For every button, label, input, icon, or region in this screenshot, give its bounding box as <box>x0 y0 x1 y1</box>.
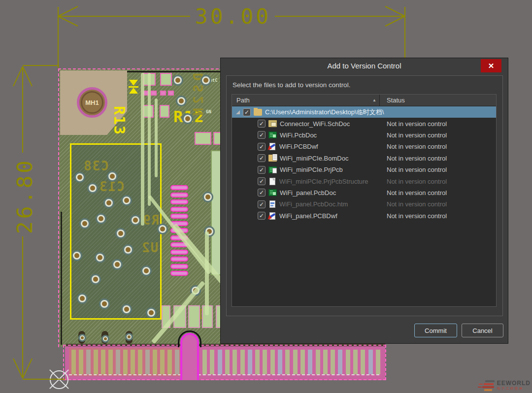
file-row-path-cell: ✓ WiFi_miniPCIe.PrjPcbStructure <box>232 177 387 185</box>
file-row-path-cell: ✓ WiFi_panel.PCBDwf <box>232 212 387 220</box>
check-icon: ✓ <box>259 190 264 196</box>
pad <box>160 105 169 118</box>
pad <box>151 91 157 96</box>
close-button[interactable]: ✕ <box>481 59 501 72</box>
oval <box>170 264 188 269</box>
oval <box>170 185 188 190</box>
trace <box>148 73 151 206</box>
file-row[interactable]: ✓ WiFi.PcbDoc Not in version control <box>232 130 496 141</box>
file-checkbox[interactable]: ✓ <box>258 189 266 196</box>
file-status: Not in version control <box>387 155 496 162</box>
file-table: Path ▲ Status ✓ C:\Users\Administrator\D… <box>232 94 497 307</box>
oval <box>170 271 188 276</box>
dialog-content-panel: Select the files to add to version contr… <box>226 75 503 316</box>
mounting-hole: MH1 <box>77 87 107 118</box>
file-name: WiFi_panel.PcbDoc.htm <box>279 200 348 208</box>
file-checkbox[interactable]: ✓ <box>258 200 266 208</box>
dialog-titlebar[interactable]: Add to Version Control ✕ <box>221 58 508 74</box>
oval <box>170 193 188 197</box>
via <box>157 224 168 234</box>
file-row[interactable]: ✓ Connector_WiFi.SchDoc Not in version c… <box>232 118 496 129</box>
pad <box>195 132 211 145</box>
check-icon: ✓ <box>259 178 264 184</box>
instruction-text: Select the files to add to version contr… <box>233 81 350 89</box>
file-icon <box>268 120 277 127</box>
check-icon: ✓ <box>259 201 264 207</box>
via <box>125 333 133 341</box>
column-header-status[interactable]: Status <box>380 97 496 104</box>
file-row-path-cell: ✓ WiFi_panel.PcbDoc.htm <box>232 200 387 208</box>
table-header: Path ▲ Status <box>232 95 496 106</box>
commit-button[interactable]: Commit <box>414 324 457 337</box>
dialog-title: Add to Version Control <box>221 62 508 70</box>
board-left-edge <box>61 212 62 345</box>
file-name: WiFi_miniPCIe.PrjPcbStructure <box>279 178 368 185</box>
file-row[interactable]: ✓ WiFi_miniPCIe.BomDoc Not in version co… <box>232 153 496 164</box>
file-checkbox[interactable]: ✓ <box>258 131 266 139</box>
file-list: ✓ C:\Users\Administrator\Desktop\临时文档\ ✓… <box>232 106 496 222</box>
file-checkbox[interactable]: ✓ <box>258 166 266 174</box>
file-checkbox[interactable]: ✓ <box>243 108 251 116</box>
via <box>202 192 213 202</box>
file-row[interactable]: ✓ WiFi_miniPCIe.PrjPcb Not in version co… <box>232 164 496 175</box>
file-status: Not in version control <box>387 131 496 139</box>
origin-marker <box>50 370 68 389</box>
via <box>90 274 101 285</box>
file-row[interactable]: ✓ WiFi_panel.PcbDoc.htm Not in version c… <box>232 198 496 210</box>
file-checkbox[interactable]: ✓ <box>258 143 266 151</box>
file-name: WiFi_panel.PcbDoc <box>280 189 336 196</box>
file-row-path-cell: ✓ C:\Users\Administrator\Desktop\临时文档\ <box>232 108 387 117</box>
silk-label-gn: GN <box>206 109 211 114</box>
pad <box>160 73 172 86</box>
oval <box>170 214 188 219</box>
file-icon <box>268 166 277 173</box>
key-slot <box>180 333 199 380</box>
check-icon: ✓ <box>259 121 264 127</box>
dimension-vertical: 26.80 <box>12 158 37 234</box>
via <box>79 218 90 229</box>
file-row-path-cell: ✓ Connector_WiFi.SchDoc <box>232 120 387 128</box>
eeworld-logo-icon <box>482 380 495 391</box>
file-status: Not in version control <box>387 166 496 173</box>
file-checkbox[interactable]: ✓ <box>258 177 266 185</box>
file-checkbox[interactable]: ✓ <box>258 212 266 220</box>
via <box>99 298 110 309</box>
file-status: Not in version control <box>387 200 496 208</box>
check-icon: ✓ <box>259 144 264 150</box>
file-row[interactable]: ✓ WiFi_panel.PcbDoc Not in version contr… <box>232 187 496 198</box>
check-icon: ✓ <box>259 167 264 173</box>
silk-label-u2: U2 <box>141 240 158 255</box>
file-row[interactable]: ✓ WiFi_miniPCIe.PrjPcbStructure Not in v… <box>232 175 496 187</box>
file-name: WiFi.PcbDoc <box>280 131 317 139</box>
file-status: Not in version control <box>387 178 496 185</box>
via <box>182 113 193 124</box>
file-status: Not in version control <box>387 120 496 128</box>
via <box>71 250 82 261</box>
file-row[interactable]: ✓ C:\Users\Administrator\Desktop\临时文档\ <box>232 106 496 118</box>
file-icon <box>269 212 275 220</box>
trace <box>141 73 144 226</box>
file-name: WiFi.PCBDwf <box>279 143 318 150</box>
silk-diode-marker <box>129 80 138 95</box>
oval <box>170 250 188 255</box>
file-checkbox[interactable]: ✓ <box>258 154 266 162</box>
sort-ascending-icon: ▲ <box>372 98 376 102</box>
file-row-path-cell: ✓ WiFi_miniPCIe.BomDoc <box>232 154 387 162</box>
add-to-version-control-dialog: Add to Version Control ✕ Select the file… <box>220 58 508 344</box>
via <box>123 244 133 255</box>
file-row[interactable]: ✓ WiFi.PCBDwf Not in version control <box>232 141 496 152</box>
via <box>176 96 187 106</box>
cancel-button[interactable]: Cancel <box>462 324 503 337</box>
watermark: EEWORLD 电子工程世界 <box>482 380 531 391</box>
file-row-path-cell: ✓ WiFi_miniPCIe.PrjPcb <box>232 166 387 174</box>
via <box>172 75 183 86</box>
tree-expand-icon[interactable] <box>236 110 240 114</box>
oval <box>170 257 188 262</box>
column-header-path[interactable]: Path ▲ <box>232 97 379 104</box>
board-outline-dashed <box>63 345 386 380</box>
file-row[interactable]: ✓ WiFi_panel.PCBDwf Not in version contr… <box>232 210 496 222</box>
file-row-path-cell: ✓ WiFi.PCBDwf <box>232 143 387 151</box>
file-checkbox[interactable]: ✓ <box>258 120 266 128</box>
via <box>107 171 118 182</box>
via <box>95 252 105 263</box>
